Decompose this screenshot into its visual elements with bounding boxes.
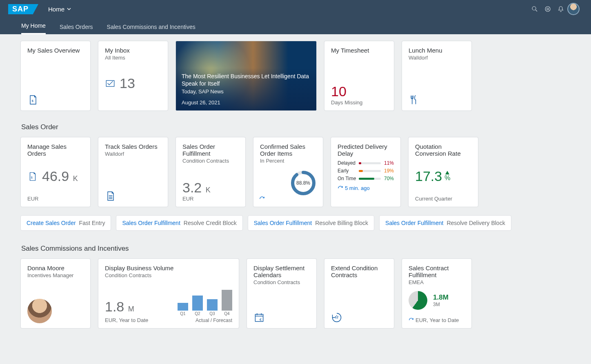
tile-title: Confirmed Sales Order Items [260,143,316,157]
tile-sales-order-fulfillment[interactable]: Sales Order Fulfillment Condition Contra… [176,137,246,207]
quick-link[interactable]: Create Sales OrderFast Entry [20,215,111,231]
bar: Q4 [222,290,232,316]
tile-quotation-rate[interactable]: Quotation Conversion Rate 17.3 % Current… [408,137,478,207]
tab-my-home[interactable]: My Home [21,22,46,34]
pie-chart [409,291,427,310]
tab-sales-orders[interactable]: Sales Orders [60,24,93,34]
tile-title: Sales Order Fulfillment [182,143,239,157]
bar: Q3 [207,299,218,316]
person-role: Incentives Manager [27,272,84,278]
news-date: August 26, 2021 [182,99,311,106]
top-tile-row: My Sales Overview $ My Inbox All Items 1… [20,41,571,111]
kpi-value: 3.2 K [182,180,211,196]
svg-point-0 [532,7,536,10]
donut-label: 88.8% [290,170,316,196]
tile-sales-contract-fulfillment[interactable]: Sales Contract Fulfillment EMEA 1.8M 3M … [402,258,472,329]
person-avatar [27,299,52,323]
predicted-rows: Delayed11%Early19%On Time70% [338,160,394,183]
tile-manage-sales-orders[interactable]: Manage Sales Orders $ 46.9 K EUR [20,137,91,207]
sap-logo[interactable]: SAP [8,4,33,14]
tile-footer: EUR, Year to Date [409,317,465,323]
svg-point-3 [547,8,549,10]
copilot-icon[interactable] [541,2,554,15]
quick-link-row: Create Sales OrderFast EntrySales Order … [20,215,571,231]
timesheet-days: 10 [331,84,347,99]
chart-legend: Actual / Forecast [178,318,232,323]
svg-text:$: $ [31,176,33,179]
bar: Q2 [192,296,203,316]
quick-link[interactable]: Sales Order FulfillmentResolve Credit Bl… [116,215,242,231]
tile-extend-contracts[interactable]: Extend Condition Contracts [324,258,394,329]
kpi-value: 46.9 K [42,168,78,184]
donut-chart: 88.8% [290,170,316,196]
volume-bar-chart: Q1Q2Q3Q4 [178,291,232,316]
page-title-text: Home [48,6,64,13]
tile-title: Lunch Menu [409,47,465,54]
tile-title: Predicted Delivery Delay [338,143,394,157]
tile-footer: Days Missing [331,99,387,106]
news-source: Today, SAP News [182,88,311,95]
tile-subtitle: Condition Contracts [105,272,232,278]
contract-v1: 1.8M [433,293,449,302]
predicted-row: Delayed11% [338,160,394,166]
svg-line-1 [535,10,537,11]
inbox-count: 13 [120,75,135,91]
refresh-icon[interactable] [409,318,414,323]
tile-footer: Current Quarter [415,196,471,202]
refresh-icon[interactable] [259,196,265,202]
tile-subtitle: Walldorf [409,55,465,61]
section-title-sales-order: Sales Order [21,123,571,131]
tile-title: My Sales Overview [27,47,84,54]
inbox-check-icon [105,78,116,88]
sales-order-row: Manage Sales Orders $ 46.9 K EUR Track S… [20,137,571,207]
tile-my-timesheet[interactable]: My Timesheet 10 Days Missing [324,41,394,111]
tile-track-sales-orders[interactable]: Track Sales Orders Walldorf [98,137,168,207]
section-title-commissions: Sales Commissions and Incentives [21,245,571,253]
kpi-value: 1.8 M [105,299,134,314]
tile-title: My Inbox [105,47,161,54]
search-icon[interactable] [528,2,541,15]
quick-link[interactable]: Sales Order FulfillmentResolve Billing B… [248,215,374,231]
predicted-row: Early19% [338,168,394,174]
svg-rect-12 [255,314,263,322]
refresh-icon [338,185,343,191]
bar: Q1 [178,303,188,316]
content-area: My Sales Overview $ My Inbox All Items 1… [0,34,591,364]
tile-subtitle: In Percent [260,158,316,164]
shell-header: SAP Home [0,0,591,18]
sales-doc-icon: $ [27,171,38,182]
calendar-euro-icon: € [253,312,265,323]
tile-title: Extend Condition Contracts [331,265,387,278]
tile-my-sales-overview[interactable]: My Sales Overview $ [20,41,91,111]
chevron-down-icon [67,7,71,11]
tile-subtitle: Condition Contracts [182,158,239,164]
tile-footer: EUR, Year to Date [105,317,148,323]
tile-subtitle: Condition Contracts [253,279,310,285]
refresh-time[interactable]: 5 min. ago [338,185,394,191]
svg-point-2 [545,7,550,11]
tile-person[interactable]: Donna Moore Incentives Manager [20,258,91,329]
tile-business-volume[interactable]: Display Business Volume Condition Contra… [98,258,239,329]
tile-my-inbox[interactable]: My Inbox All Items 13 [98,41,168,111]
tile-news[interactable]: The Most Resilient Businesses Let Intell… [176,41,317,111]
user-avatar[interactable] [567,3,580,15]
tile-title: My Timesheet [331,47,387,54]
tile-predicted-delay[interactable]: Predicted Delivery Delay Delayed11%Early… [331,137,401,207]
contract-v2: 3M [433,302,449,307]
tile-title: Manage Sales Orders [27,143,84,157]
predicted-row: On Time70% [338,176,394,181]
tile-lunch-menu[interactable]: Lunch Menu Walldorf [402,41,472,111]
svg-text:$: $ [32,99,34,103]
trend-up-icon: % [444,171,450,182]
notification-icon[interactable] [554,2,567,15]
svg-text:€: € [260,318,262,322]
quick-link[interactable]: Sales Order FulfillmentResolve Delivery … [379,215,511,231]
tile-subtitle: Walldorf [105,151,161,157]
tile-title: Display Business Volume [105,265,232,271]
tile-settlement-calendars[interactable]: Display Settlement Calendars Condition C… [247,258,317,329]
tile-confirmed-items[interactable]: Confirmed Sales Order Items In Percent 8… [253,137,323,207]
document-money-icon: $ [27,94,39,106]
tab-commissions[interactable]: Sales Commissions and Incentives [107,24,196,34]
page-title-dropdown[interactable]: Home [48,6,71,13]
cutlery-icon [409,94,420,106]
